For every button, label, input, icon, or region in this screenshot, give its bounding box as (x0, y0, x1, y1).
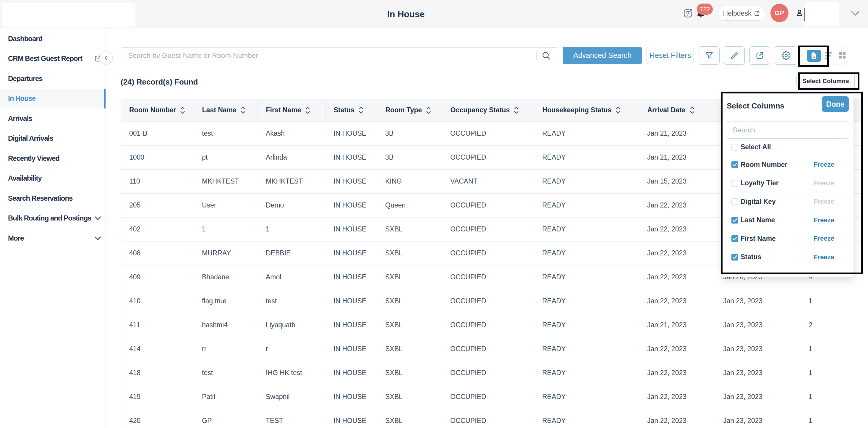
freeze-link[interactable]: Freeze (814, 161, 834, 169)
sidebar-item[interactable]: CRM Best Guest Report (0, 49, 105, 69)
table-row[interactable]: 418 test IHG HK test IN HOUSE SXBL OCCUP… (121, 361, 862, 385)
sidebar-item[interactable]: More (0, 228, 105, 248)
advanced-search-button[interactable]: Advanced Search (563, 47, 642, 64)
cell-arrival-date: Jan 22, 2023 (639, 409, 715, 428)
chevron-down-icon (94, 214, 102, 222)
cell-last-name: GP (194, 409, 257, 428)
export-button[interactable] (749, 47, 770, 65)
notification-count-badge[interactable]: 722 (697, 4, 713, 15)
freeze-link[interactable]: Freeze (814, 216, 834, 224)
cell-room-type: SXBL (377, 265, 442, 289)
table-row[interactable]: 414 rr r IN HOUSE SXBL OCCUPIED READY Ja… (121, 337, 862, 361)
column-option-row: Loyalty Tier Freeze (722, 174, 854, 193)
checkbox[interactable] (732, 180, 738, 186)
helpdesk-label: Helpdesk (723, 9, 751, 18)
column-header[interactable]: First Name (257, 99, 325, 121)
cell-nights: 1 (796, 337, 862, 361)
sidebar: Dashboard CRM Best Guest Report (0, 28, 106, 428)
cell-room-number: 420 (121, 409, 194, 428)
view-mode-grid[interactable] (839, 52, 845, 59)
sort-icon[interactable] (241, 105, 246, 115)
reset-filters-button[interactable]: Reset Filters (647, 47, 694, 64)
cell-room-number: 205 (121, 193, 194, 217)
sidebar-collapse-button[interactable] (100, 52, 113, 64)
chevron-down-icon[interactable] (851, 11, 860, 16)
table-row[interactable]: 411 hashmi4 Liyaquatb IN HOUSE SXBL OCCU… (121, 313, 862, 337)
column-header[interactable]: Housekeeping Status (534, 99, 639, 121)
cell-first-name: Liyaquatb (257, 313, 325, 337)
cell-room-number: 411 (121, 313, 194, 337)
sidebar-item[interactable]: Bulk Routing and Postings (0, 208, 105, 228)
sort-icon[interactable] (426, 105, 431, 115)
column-header[interactable]: Occupancy Status (442, 99, 534, 121)
search-input[interactable] (121, 48, 533, 64)
cell-room-number: 414 (121, 337, 194, 361)
help-icon[interactable] (683, 8, 693, 18)
sort-icon[interactable] (359, 105, 364, 115)
cell-occupancy-status: VACANT (442, 170, 534, 193)
column-option-row: Digital Key Freeze (722, 192, 854, 211)
table-row[interactable]: 410 flag true test IN HOUSE SXBL OCCUPIE… (121, 289, 862, 313)
sidebar-item[interactable]: Digital Arrivals (0, 129, 105, 149)
table-row[interactable]: 420 GP TEST IN HOUSE SXBL OCCUPIED READY… (121, 409, 862, 428)
cell-last-name: Bhadane (194, 265, 257, 289)
checkbox[interactable] (732, 144, 738, 150)
cell-room-number: 418 (121, 361, 194, 385)
cell-occupancy-status: OCCUPIED (442, 409, 534, 428)
view-mode-list[interactable] (825, 52, 832, 59)
table-row[interactable]: 419 Patil Swapnil IN HOUSE SXBL OCCUPIED… (121, 385, 862, 409)
panel-search-input[interactable] (726, 121, 849, 139)
cell-room-type: 3B (377, 146, 442, 170)
view-mode-document-active[interactable] (807, 50, 821, 62)
checkbox[interactable] (732, 235, 738, 242)
column-header[interactable]: Arrival Date (639, 99, 715, 121)
sidebar-item[interactable]: Arrivals (0, 109, 105, 129)
sidebar-item[interactable]: Recently Viewed (0, 148, 105, 169)
filter-button[interactable] (699, 47, 720, 65)
settings-button[interactable] (775, 47, 797, 65)
sort-icon[interactable] (616, 105, 621, 115)
freeze-link[interactable]: Freeze (814, 235, 834, 242)
cell-room-number: 001-B (121, 121, 194, 146)
avatar[interactable]: GP (770, 4, 788, 22)
freeze-link[interactable]: Freeze (814, 253, 834, 261)
sidebar-item[interactable]: Availability (0, 169, 105, 189)
sidebar-item[interactable]: Dashboard (0, 29, 105, 49)
column-header[interactable]: Last Name (194, 99, 257, 121)
cell-last-name: pt (194, 146, 257, 170)
checkbox[interactable] (732, 198, 738, 205)
sort-icon[interactable] (690, 105, 695, 115)
freeze-link[interactable]: Freeze (814, 198, 834, 206)
sort-icon[interactable] (305, 105, 310, 115)
column-header[interactable]: Status (325, 99, 377, 121)
freeze-link[interactable]: Freeze (814, 179, 834, 187)
sidebar-item-label: Search Reservations (8, 194, 72, 203)
cell-last-name: MURRAY (194, 241, 257, 265)
done-button[interactable]: Done (822, 96, 849, 112)
divider (536, 51, 536, 60)
cell-room-type: SXBL (377, 361, 442, 385)
cell-first-name: DEBBIE (257, 241, 325, 265)
column-header[interactable]: Room Number (121, 99, 194, 121)
edit-button[interactable] (724, 47, 745, 65)
search-icon[interactable] (541, 51, 551, 60)
helpdesk-button[interactable]: Helpdesk (718, 6, 766, 21)
cell-room-type: 3B (377, 121, 442, 146)
sidebar-item[interactable]: In House (0, 89, 105, 109)
sort-icon[interactable] (180, 105, 185, 115)
column-header[interactable]: Room Type (377, 99, 442, 121)
sort-icon[interactable] (514, 105, 519, 115)
cell-nights: 1 (796, 409, 862, 428)
person-icon[interactable] (795, 8, 804, 18)
checkbox[interactable] (732, 217, 738, 223)
gear-icon (782, 51, 790, 60)
cell-nights: 1 (796, 361, 862, 385)
cell-arrival-date: Jan 22, 2023 (639, 265, 715, 289)
sidebar-item[interactable]: Search Reservations (0, 188, 105, 208)
cell-room-type: SXBL (377, 313, 442, 337)
sidebar-item[interactable]: Departures (0, 68, 105, 89)
checkbox[interactable] (732, 254, 738, 261)
checkbox[interactable] (732, 161, 738, 168)
cell-last-name: test (194, 361, 257, 385)
cell-status: IN HOUSE (325, 385, 377, 409)
